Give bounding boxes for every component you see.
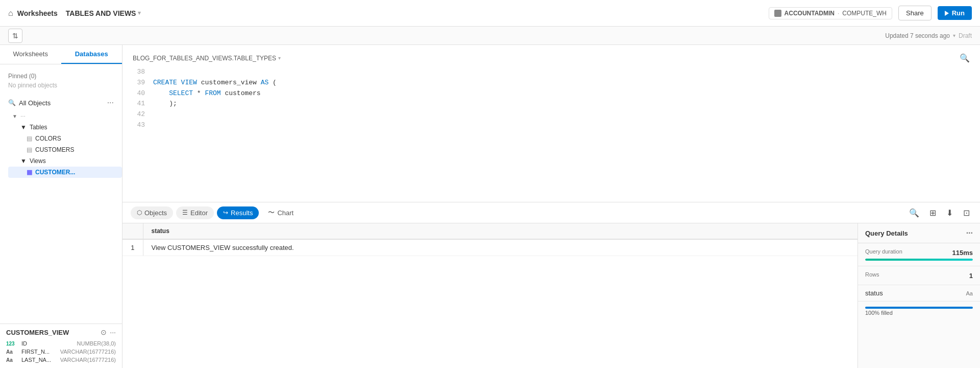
qd-field-status-type: Aa xyxy=(966,290,973,296)
line-num-38: 38 xyxy=(133,67,145,78)
dot-separator: · xyxy=(838,10,839,17)
expand-arrow: ▼ xyxy=(12,113,17,119)
share-button[interactable]: Share xyxy=(898,6,932,20)
code-content-41: ); xyxy=(153,99,177,109)
qd-more-button[interactable]: ··· xyxy=(966,228,973,238)
field-dtype: VARCHAR(16777216) xyxy=(60,357,116,363)
tab-objects[interactable]: ⬡ Objects xyxy=(131,206,173,219)
field-badge: Aa xyxy=(6,357,18,363)
qd-duration-bar-fill xyxy=(865,259,973,261)
object-more-button[interactable]: ··· xyxy=(110,328,116,336)
search-results-button[interactable]: 🔍 xyxy=(907,206,921,220)
status-column-header: status xyxy=(143,223,857,239)
qd-duration-row: Query duration 115ms xyxy=(858,243,980,266)
tables-expand-icon: ▼ xyxy=(20,124,27,131)
field-name: LAST_NA... xyxy=(18,357,60,363)
account-info: ACCOUNTADMIN · COMPUTE_WH xyxy=(769,7,892,19)
tree-section: ▼ ··· ▼ Tables ▤ COLORS ▤ CUSTOMERS ▼ xyxy=(0,110,122,178)
run-button[interactable]: Run xyxy=(938,6,972,20)
header-left: ⌂ Worksheets TABLES AND VIEWS ▾ xyxy=(8,9,141,18)
field-row: Aa LAST_NA... VARCHAR(16777216) xyxy=(6,356,116,364)
tab-editor[interactable]: ☰ Editor xyxy=(176,206,214,219)
table-icon-colors: ▤ xyxy=(27,135,32,142)
columns-button[interactable]: ⊞ xyxy=(927,206,938,220)
view-icon-customer: ▦ xyxy=(27,169,32,176)
qd-duration-value: 115ms xyxy=(952,249,973,257)
customer-view-label: CUSTOMER... xyxy=(35,169,75,176)
qd-duration-label: Query duration xyxy=(865,248,902,255)
qd-rows-label: Rows xyxy=(865,271,879,278)
sidebar: Worksheets Databases Pinned (0) No pinne… xyxy=(0,45,122,368)
home-icon[interactable]: ⌂ xyxy=(8,9,13,18)
updated-text: Updated 7 seconds ago xyxy=(885,32,950,39)
field-rows: 123 ID NUMBER(38,0) Aa FIRST_N... VARCHA… xyxy=(6,339,116,364)
object-preview-button[interactable]: ⊙ xyxy=(101,328,107,336)
row-num-cell: 1 xyxy=(122,239,143,256)
expand-button[interactable]: ⊡ xyxy=(961,206,972,220)
results-tabs: ⬡ Objects ☰ Editor ↪ Results 〜 Chart xyxy=(131,205,300,220)
tab-worksheets[interactable]: Worksheets xyxy=(0,45,61,64)
all-objects-more-icon[interactable]: ··· xyxy=(107,98,114,107)
qd-field-status-row: status Aa xyxy=(858,285,980,302)
objects-tab-icon: ⬡ xyxy=(137,209,142,216)
code-line-39: 39 CREATE VIEW customers_view AS ( xyxy=(133,78,970,88)
compute-label: COMPUTE_WH xyxy=(842,10,887,17)
qd-filled-percent: 100% filled xyxy=(865,310,973,316)
code-line-43: 43 xyxy=(133,120,970,131)
field-badge: Aa xyxy=(6,349,18,355)
qd-rows-row: Rows 1 xyxy=(858,266,980,285)
content-area: BLOG_FOR_TABLES_AND_VIEWS.TABLE_TYPES ▾ … xyxy=(122,45,980,368)
code-line-38: 38 xyxy=(133,67,970,78)
all-objects-row[interactable]: 🔍 All Objects ··· xyxy=(0,95,122,110)
tree-leaf-customers[interactable]: ▤ CUSTOMERS xyxy=(8,144,122,155)
code-line-42: 42 xyxy=(133,109,970,120)
sub-header-left: ⇅ xyxy=(8,29,22,43)
field-dtype: NUMBER(38,0) xyxy=(77,340,116,347)
pinned-section: Pinned (0) No pinned objects xyxy=(0,68,122,95)
tab-results[interactable]: ↪ Results xyxy=(217,206,259,219)
object-name-row: CUSTOMERS_VIEW ⊙ ··· xyxy=(6,328,116,336)
field-badge: 123 xyxy=(6,341,18,347)
line-num-40: 40 xyxy=(133,88,145,99)
line-num-39: 39 xyxy=(133,78,145,88)
tree-collapsed-item[interactable]: ▼ ··· xyxy=(8,110,122,122)
results-toolbar: ⬡ Objects ☰ Editor ↪ Results 〜 Chart 🔍 xyxy=(122,202,980,223)
editor-area[interactable]: BLOG_FOR_TABLES_AND_VIEWS.TABLE_TYPES ▾ … xyxy=(122,45,980,202)
qd-field-status-name: status xyxy=(865,289,883,297)
tree-folder-views[interactable]: ▼ Views xyxy=(8,155,122,167)
colors-label: COLORS xyxy=(35,135,61,142)
filter-button[interactable]: ⇅ xyxy=(8,29,22,43)
worksheets-breadcrumb[interactable]: Worksheets xyxy=(17,9,58,17)
toolbar-actions: 🔍 ⊞ ⬇ ⊡ xyxy=(907,206,972,220)
top-header: ⌂ Worksheets TABLES AND VIEWS ▾ ACCOUNTA… xyxy=(0,0,980,27)
tree-leaf-customer-view[interactable]: ▦ CUSTOMER... xyxy=(8,167,122,178)
editor-tab-icon: ☰ xyxy=(182,209,188,216)
tab-chart[interactable]: 〜 Chart xyxy=(262,205,300,220)
db-path-text: BLOG_FOR_TABLES_AND_VIEWS.TABLE_TYPES xyxy=(133,55,276,62)
download-button[interactable]: ⬇ xyxy=(944,206,955,220)
draft-label: Draft xyxy=(959,32,972,39)
code-content-40: SELECT * FROM customers xyxy=(153,88,261,99)
no-pinned-text: No pinned objects xyxy=(8,80,114,91)
code-line-41: 41 ); xyxy=(133,99,970,109)
views-folder-label: Views xyxy=(30,157,46,165)
results-tab-icon: ↪ xyxy=(223,209,228,216)
editor-search-icon[interactable]: 🔍 xyxy=(960,53,970,63)
table-row: 1 View CUSTOMERS_VIEW successfully creat… xyxy=(122,239,857,256)
header-right: ACCOUNTADMIN · COMPUTE_WH Share Run xyxy=(769,6,972,20)
line-num-41: 41 xyxy=(133,99,145,109)
tree-leaf-colors[interactable]: ▤ COLORS xyxy=(8,133,122,144)
account-label: ACCOUNTADMIN xyxy=(785,10,835,17)
customers-label: CUSTOMERS xyxy=(35,146,74,153)
db-path[interactable]: BLOG_FOR_TABLES_AND_VIEWS.TABLE_TYPES ▾ xyxy=(133,55,281,62)
tab-databases[interactable]: Databases xyxy=(61,45,122,64)
sub-header: ⇅ Updated 7 seconds ago ▾ Draft xyxy=(0,27,980,45)
object-actions: ⊙ ··· xyxy=(101,328,116,336)
row-num-header xyxy=(122,223,143,239)
play-icon xyxy=(945,11,949,16)
results-tab-label: Results xyxy=(231,209,253,217)
tree-folder-tables[interactable]: ▼ Tables xyxy=(8,122,122,133)
field-dtype: VARCHAR(16777216) xyxy=(60,349,116,355)
db-path-bar: BLOG_FOR_TABLES_AND_VIEWS.TABLE_TYPES ▾ … xyxy=(122,51,980,67)
tables-views-breadcrumb[interactable]: TABLES AND VIEWS ▾ xyxy=(66,9,141,17)
